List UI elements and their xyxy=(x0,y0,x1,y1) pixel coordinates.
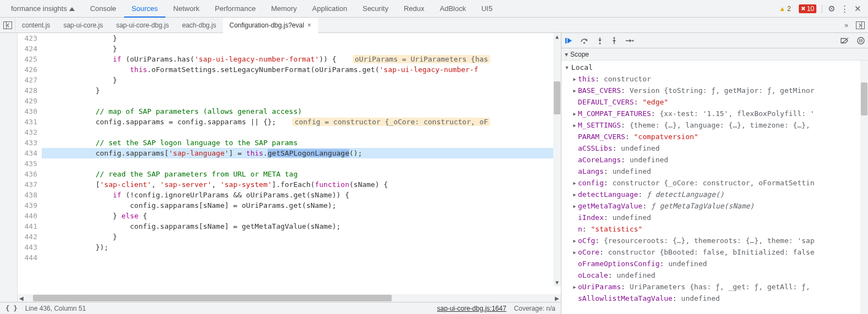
pause-on-exceptions-icon[interactable] xyxy=(857,37,865,45)
horizontal-scroll-thumb[interactable] xyxy=(33,295,392,301)
code-line[interactable]: if (oUriParams.has('sap-ui-legacy-number… xyxy=(42,54,561,64)
file-tabs: content.jssap-ui-core.jssap-ui-core-dbg.… xyxy=(15,18,840,33)
scope-scroll-thumb[interactable] xyxy=(861,82,867,115)
code-line[interactable]: } xyxy=(42,232,561,242)
settings-icon[interactable]: ⚙ xyxy=(828,4,835,14)
code-line[interactable]: } xyxy=(42,75,561,85)
panel-tab-sources[interactable]: Sources xyxy=(124,0,166,18)
breakpoint-gutter[interactable] xyxy=(0,33,18,294)
source-link[interactable]: sap-ui-core-dbg.js:1647 xyxy=(437,305,507,312)
scope-variable-row[interactable]: ▸oCore: constructor {bBooted: false, bIn… xyxy=(561,246,868,258)
step-into-icon[interactable] xyxy=(597,37,603,45)
panel-tab-redux[interactable]: Redux xyxy=(396,0,432,18)
code-line[interactable] xyxy=(42,127,561,137)
scope-variable-row[interactable]: ▸M_SETTINGS: {theme: {…}, language: {…},… xyxy=(561,119,868,131)
file-tab[interactable]: Configuration-dbg.js?eval× xyxy=(223,18,318,33)
editor-viewport: 4234244254264274284294304314324334344354… xyxy=(0,33,561,294)
resume-icon[interactable] xyxy=(565,37,572,45)
scope-variable-row[interactable]: iIndex: undefined xyxy=(561,212,868,223)
scope-variable-row[interactable]: aCoreLangs: undefined xyxy=(561,154,868,166)
code-line[interactable]: } xyxy=(42,33,561,43)
code-line[interactable] xyxy=(42,158,561,169)
scope-tree[interactable]: Local▸this: constructor▸BASE_CVERS: Vers… xyxy=(561,60,868,314)
step-out-icon[interactable] xyxy=(611,37,617,45)
navigator-toggle-icon[interactable] xyxy=(0,18,15,33)
code-line[interactable] xyxy=(42,252,561,263)
file-tab[interactable]: sap-ui-core-dbg.js xyxy=(109,18,175,33)
scope-variable-row[interactable]: ▸config: constructor {_oCore: constructo… xyxy=(561,177,868,189)
editor-hscroll-row: ◀ ▶ xyxy=(0,294,561,302)
step-over-icon[interactable] xyxy=(580,37,589,45)
scope-variable-row[interactable]: aLangs: undefined xyxy=(561,166,868,177)
editor-vertical-scrollbar[interactable]: ▲ ▼ xyxy=(553,33,561,287)
close-devtools-icon[interactable]: ✕ xyxy=(854,4,861,14)
scope-variable-row[interactable]: DEFAULT_CVERS: "edge" xyxy=(561,96,868,108)
scope-local-header[interactable]: Local xyxy=(561,62,868,73)
debugger-toggle-icon[interactable] xyxy=(853,18,868,33)
debugger-toolbar xyxy=(561,33,868,48)
deactivate-breakpoints-icon[interactable] xyxy=(841,37,849,45)
scope-variable-row[interactable]: ▸oUriParams: UriParameters {has: ƒ, _get… xyxy=(561,281,868,293)
hscroll-track[interactable] xyxy=(33,294,546,302)
scope-variable-row[interactable]: sAllowlistMetaTagValue: undefined xyxy=(561,293,868,304)
code-line[interactable]: config.sapparams[sName] = getMetaTagValu… xyxy=(42,221,561,232)
code-line[interactable]: // map of SAP parameters (allows general… xyxy=(42,106,561,117)
step-icon[interactable] xyxy=(625,37,634,44)
panel-tab-security[interactable]: Security xyxy=(355,0,396,18)
panel-tab-formance-insights[interactable]: formance insights xyxy=(3,0,82,18)
code-line[interactable]: } else { xyxy=(42,211,561,221)
panel-tabs: formance insightsConsoleSourcesNetworkPe… xyxy=(3,0,777,18)
scope-variable-row[interactable]: ▸oCfg: {resourceroots: {…}, themeroots: … xyxy=(561,235,868,246)
code-line[interactable]: config.sapparams = config.sapparams || {… xyxy=(42,117,561,127)
code-line[interactable]: ['sap-client', 'sap-server', 'sap-system… xyxy=(42,179,561,190)
panel-tab-memory[interactable]: Memory xyxy=(263,0,304,18)
panel-tab-adblock[interactable]: AdBlock xyxy=(432,0,474,18)
panel-tab-performance[interactable]: Performance xyxy=(207,0,263,18)
panel-tab-console[interactable]: Console xyxy=(82,0,124,18)
vertical-scroll-thumb[interactable] xyxy=(554,81,560,114)
pretty-print-icon[interactable]: { } xyxy=(5,305,18,312)
scope-variable-row[interactable]: oLocale: undefined xyxy=(561,269,868,281)
file-tab[interactable]: sap-ui-core.js xyxy=(57,18,109,33)
code-line[interactable]: // set the SAP logon language to the SAP… xyxy=(42,137,561,148)
scope-variable-row[interactable]: PARAM_CVERS: "compatversion" xyxy=(561,131,868,142)
scope-variable-row[interactable]: ▸BASE_CVERS: Version {toString: ƒ, getMa… xyxy=(561,85,868,96)
scope-section-header[interactable]: Scope xyxy=(561,48,868,60)
panel-tab-ui5[interactable]: UI5 xyxy=(474,0,500,18)
scope-variable-row[interactable]: ▸M_COMPAT_FEATURES: {xx-test: '1.15', fl… xyxy=(561,108,868,119)
errors-badge[interactable]: ✖10 xyxy=(799,4,816,13)
scope-vertical-scrollbar[interactable] xyxy=(860,60,868,314)
scroll-left-icon[interactable]: ◀ xyxy=(18,295,25,301)
code-line[interactable]: config.sapparams[sName] = oUriParams.get… xyxy=(42,200,561,211)
code-line[interactable]: }); xyxy=(42,242,561,252)
code-line[interactable]: } xyxy=(42,85,561,96)
scroll-up-icon[interactable]: ▲ xyxy=(553,33,561,41)
scroll-right-icon[interactable]: ▶ xyxy=(553,295,561,301)
code-line[interactable]: } xyxy=(42,43,561,54)
close-tab-icon[interactable]: × xyxy=(308,21,311,29)
more-icon[interactable]: ⋮ xyxy=(841,4,849,14)
file-tab[interactable]: content.js xyxy=(15,18,57,33)
code-line[interactable]: this.oFormatSettings.setLegacyNumberForm… xyxy=(42,64,561,75)
code-area[interactable]: } } if (oUriParams.has('sap-ui-legacy-nu… xyxy=(42,33,561,294)
scope-variable-row[interactable]: oFrameOptionsConfig: undefined xyxy=(561,258,868,269)
warnings-badge[interactable]: ▲2 xyxy=(777,4,793,13)
scope-variable-row[interactable]: ▸detectLanguage: ƒ detectLanguage() xyxy=(561,189,868,200)
scroll-down-icon[interactable]: ▼ xyxy=(553,279,561,287)
code-line[interactable]: // read the SAP parameters from URL or M… xyxy=(42,169,561,179)
coverage-status: Coverage: n/a xyxy=(514,305,555,312)
panel-tab-application[interactable]: Application xyxy=(304,0,355,18)
code-line[interactable]: config.sapparams['sap-language'] = this.… xyxy=(42,148,561,158)
scope-variable-row[interactable]: ▸this: constructor xyxy=(561,73,868,85)
scope-variable-row[interactable]: ▸getMetaTagValue: ƒ getMetaTagValue(sNam… xyxy=(561,200,868,212)
code-line[interactable] xyxy=(42,96,561,106)
editor-horizontal-scrollbar[interactable]: ◀ ▶ xyxy=(18,294,561,302)
svg-rect-12 xyxy=(861,39,863,42)
scope-variable-row[interactable]: aCSSLibs: undefined xyxy=(561,142,868,154)
code-line[interactable]: if (!config.ignoreUrlParams && oUriParam… xyxy=(42,190,561,200)
file-tabs-overflow-icon[interactable]: » xyxy=(840,18,853,33)
scope-variable-row[interactable]: n: "statistics" xyxy=(561,223,868,235)
file-tab[interactable]: each-dbg.js xyxy=(175,18,222,33)
file-tabbar: content.jssap-ui-core.jssap-ui-core-dbg.… xyxy=(0,18,868,33)
panel-tab-network[interactable]: Network xyxy=(165,0,207,18)
